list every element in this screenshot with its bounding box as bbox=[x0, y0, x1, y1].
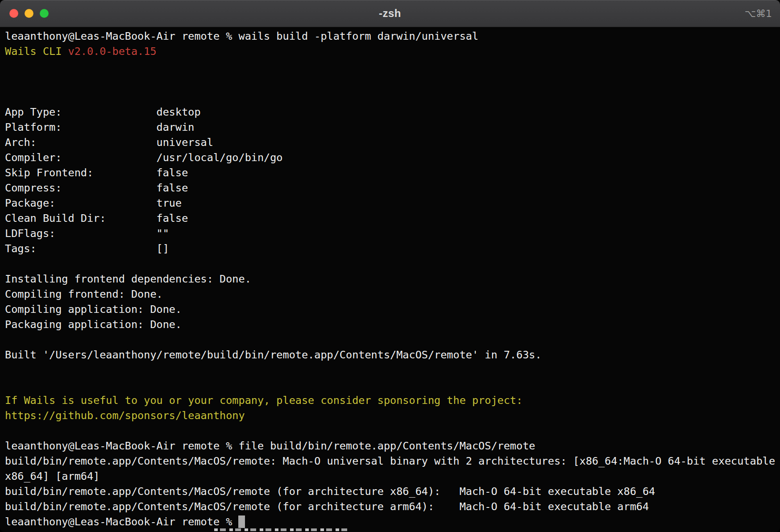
terminal-line: Packaging application: Done. bbox=[5, 317, 777, 332]
terminal-text: Compiler: /usr/local/go/bin/go bbox=[5, 151, 283, 164]
terminal-line bbox=[5, 89, 777, 104]
terminal-line bbox=[5, 378, 777, 393]
terminal-line: Compiling frontend: Done. bbox=[5, 287, 777, 302]
terminal-text: Built '/Users/leaanthony/remote/build/bi… bbox=[5, 349, 542, 361]
terminal-text: Skip Frontend: false bbox=[5, 166, 188, 179]
terminal-line: Installing frontend dependencies: Done. bbox=[5, 271, 777, 287]
terminal-line: LDFlags: "" bbox=[5, 226, 777, 241]
terminal-text: Compiling application: Done. bbox=[5, 303, 182, 316]
terminal-text: build/bin/remote.app/Contents/MacOS/remo… bbox=[5, 455, 775, 467]
terminal-text: x86_64] [arm64] bbox=[5, 470, 100, 482]
terminal-line: If Wails is useful to you or your compan… bbox=[5, 393, 777, 408]
terminal-text: leaanthony@Leas-MacBook-Air remote % bbox=[5, 515, 238, 528]
terminal-line: leaanthony@Leas-MacBook-Air remote % fil… bbox=[5, 438, 777, 453]
terminal-line: Wails CLI v2.0.0-beta.15 bbox=[5, 44, 777, 59]
terminal-line: build/bin/remote.app/Contents/MacOS/remo… bbox=[5, 453, 777, 469]
terminal-line bbox=[5, 362, 777, 378]
terminal-line: Clean Build Dir: false bbox=[5, 211, 777, 226]
terminal-text: Packaging application: Done. bbox=[5, 318, 182, 331]
terminal-text: v2.0.0-beta.15 bbox=[68, 45, 156, 58]
terminal-text: leaanthony@Leas-MacBook-Air remote % fil… bbox=[5, 440, 535, 452]
terminal-text: Installing frontend dependencies: Done. bbox=[5, 273, 251, 285]
terminal-text: Tags: [] bbox=[5, 242, 169, 255]
terminal-text: If Wails is useful to you or your compan… bbox=[5, 394, 523, 407]
terminal-line: Package: true bbox=[5, 195, 777, 211]
terminal-line bbox=[5, 74, 777, 89]
terminal-line: Built '/Users/leaanthony/remote/build/bi… bbox=[5, 347, 777, 362]
terminal-text: build/bin/remote.app/Contents/MacOS/remo… bbox=[5, 485, 655, 498]
zoom-button[interactable] bbox=[40, 9, 49, 18]
tab-shortcut-badge: ⌥⌘1 bbox=[745, 0, 772, 27]
terminal-text: LDFlags: "" bbox=[5, 227, 169, 240]
terminal-line: leaanthony@Leas-MacBook-Air remote % bbox=[5, 514, 777, 529]
terminal-text: https://github.com/sponsors/leaanthony bbox=[5, 409, 245, 422]
terminal-line: leaanthony@Leas-MacBook-Air remote % wai… bbox=[5, 29, 777, 44]
terminal-line: Compiling application: Done. bbox=[5, 302, 777, 317]
terminal-text: App Type: desktop bbox=[5, 106, 201, 118]
terminal-line bbox=[5, 423, 777, 438]
traffic-lights bbox=[9, 0, 49, 27]
terminal-line bbox=[5, 332, 777, 347]
terminal-text: Arch: universal bbox=[5, 136, 213, 149]
terminal-line: build/bin/remote.app/Contents/MacOS/remo… bbox=[5, 499, 777, 514]
terminal-text: leaanthony@Leas-MacBook-Air remote % wai… bbox=[5, 30, 478, 42]
terminal-line: Skip Frontend: false bbox=[5, 165, 777, 180]
terminal-text: Package: true bbox=[5, 197, 182, 209]
terminal-line: Platform: darwin bbox=[5, 120, 777, 135]
terminal-line: Arch: universal bbox=[5, 135, 777, 150]
window-title: -zsh bbox=[379, 7, 401, 20]
terminal-line bbox=[5, 59, 777, 74]
terminal-cursor bbox=[238, 515, 245, 528]
terminal-line: x86_64] [arm64] bbox=[5, 469, 777, 484]
terminal-line: build/bin/remote.app/Contents/MacOS/remo… bbox=[5, 484, 777, 499]
minimize-button[interactable] bbox=[25, 9, 33, 18]
terminal-line bbox=[5, 256, 777, 271]
terminal-line: App Type: desktop bbox=[5, 104, 777, 120]
titlebar[interactable]: -zsh ⌥⌘1 bbox=[0, 0, 780, 27]
terminal-text: Wails CLI bbox=[5, 45, 68, 58]
terminal-window: -zsh ⌥⌘1 leaanthony@Leas-MacBook-Air rem… bbox=[0, 0, 780, 532]
terminal-text: build/bin/remote.app/Contents/MacOS/remo… bbox=[5, 500, 649, 513]
close-button[interactable] bbox=[9, 9, 18, 18]
terminal-line: Tags: [] bbox=[5, 241, 777, 256]
clipped-text-artifact bbox=[214, 528, 348, 531]
terminal-text: Compiling frontend: Done. bbox=[5, 288, 163, 300]
terminal-text: Compress: false bbox=[5, 182, 188, 194]
terminal-output[interactable]: leaanthony@Leas-MacBook-Air remote % wai… bbox=[0, 27, 780, 532]
terminal-line: https://github.com/sponsors/leaanthony bbox=[5, 408, 777, 423]
terminal-line: Compress: false bbox=[5, 180, 777, 195]
terminal-text: Platform: darwin bbox=[5, 121, 194, 133]
terminal-line: Compiler: /usr/local/go/bin/go bbox=[5, 150, 777, 165]
terminal-text: Clean Build Dir: false bbox=[5, 212, 188, 224]
